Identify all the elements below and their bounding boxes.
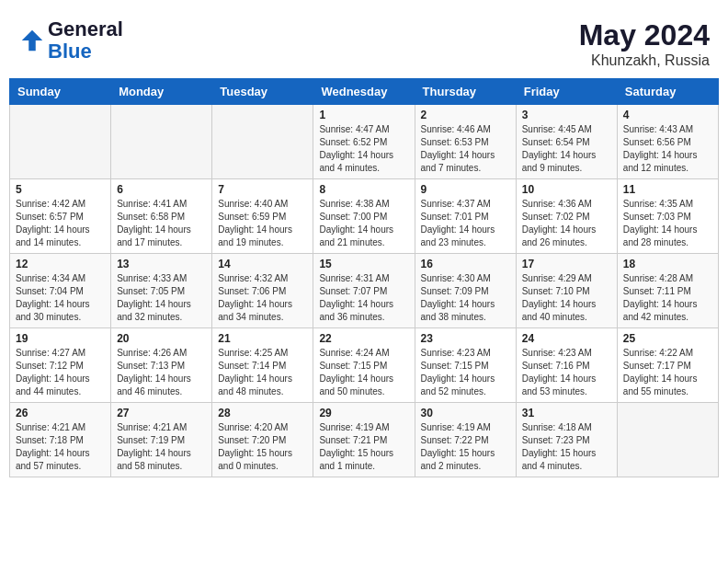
day-number: 30 <box>421 407 510 419</box>
day-detail: Sunrise: 4:45 AM Sunset: 6:54 PM Dayligh… <box>522 123 611 175</box>
calendar-week-3: 12Sunrise: 4:34 AM Sunset: 7:04 PM Dayli… <box>10 254 719 328</box>
header-day-monday: Monday <box>111 79 212 105</box>
day-detail: Sunrise: 4:31 AM Sunset: 7:07 PM Dayligh… <box>319 272 408 324</box>
calendar-week-4: 19Sunrise: 4:27 AM Sunset: 7:12 PM Dayli… <box>10 328 719 403</box>
day-number: 26 <box>16 407 105 419</box>
calendar-cell: 29Sunrise: 4:19 AM Sunset: 7:21 PM Dayli… <box>313 403 415 477</box>
calendar-cell: 4Sunrise: 4:43 AM Sunset: 6:56 PM Daylig… <box>617 105 718 179</box>
location: Khunzakh, Russia <box>579 52 710 69</box>
calendar-cell: 7Sunrise: 4:40 AM Sunset: 6:59 PM Daylig… <box>212 179 313 254</box>
day-detail: Sunrise: 4:46 AM Sunset: 6:53 PM Dayligh… <box>421 123 510 175</box>
month-year: May 2024 <box>579 18 710 52</box>
calendar-cell <box>212 105 313 179</box>
day-number: 23 <box>421 332 510 345</box>
day-number: 24 <box>522 332 611 345</box>
calendar-cell: 3Sunrise: 4:45 AM Sunset: 6:54 PM Daylig… <box>516 105 617 179</box>
day-number: 19 <box>16 332 105 345</box>
day-detail: Sunrise: 4:40 AM Sunset: 6:59 PM Dayligh… <box>218 198 307 249</box>
calendar-cell: 10Sunrise: 4:36 AM Sunset: 7:02 PM Dayli… <box>516 179 617 254</box>
day-number: 2 <box>421 109 510 121</box>
calendar-cell <box>10 105 111 179</box>
day-number: 28 <box>218 407 307 419</box>
day-detail: Sunrise: 4:34 AM Sunset: 7:04 PM Dayligh… <box>16 272 105 324</box>
calendar-cell: 9Sunrise: 4:37 AM Sunset: 7:01 PM Daylig… <box>415 179 516 254</box>
calendar-cell: 23Sunrise: 4:23 AM Sunset: 7:15 PM Dayli… <box>415 328 516 403</box>
calendar-cell: 15Sunrise: 4:31 AM Sunset: 7:07 PM Dayli… <box>313 254 415 328</box>
day-detail: Sunrise: 4:24 AM Sunset: 7:15 PM Dayligh… <box>319 347 408 398</box>
header-day-wednesday: Wednesday <box>313 79 415 105</box>
day-detail: Sunrise: 4:27 AM Sunset: 7:12 PM Dayligh… <box>16 347 105 398</box>
calendar-cell: 22Sunrise: 4:24 AM Sunset: 7:15 PM Dayli… <box>313 328 415 403</box>
day-number: 17 <box>522 258 611 270</box>
logo-text: General Blue <box>48 18 123 63</box>
day-number: 3 <box>522 109 611 121</box>
day-detail: Sunrise: 4:22 AM Sunset: 7:17 PM Dayligh… <box>623 347 712 398</box>
day-detail: Sunrise: 4:29 AM Sunset: 7:10 PM Dayligh… <box>522 272 611 324</box>
day-number: 21 <box>218 332 307 345</box>
logo: General Blue <box>18 18 123 63</box>
day-number: 18 <box>623 258 712 270</box>
calendar-cell: 14Sunrise: 4:32 AM Sunset: 7:06 PM Dayli… <box>212 254 313 328</box>
calendar-cell: 13Sunrise: 4:33 AM Sunset: 7:05 PM Dayli… <box>111 254 212 328</box>
header-day-sunday: Sunday <box>10 79 111 105</box>
header-day-thursday: Thursday <box>415 79 516 105</box>
svg-marker-0 <box>22 30 43 52</box>
day-detail: Sunrise: 4:43 AM Sunset: 6:56 PM Dayligh… <box>623 123 712 175</box>
calendar-week-2: 5Sunrise: 4:42 AM Sunset: 6:57 PM Daylig… <box>10 179 719 254</box>
day-number: 11 <box>623 183 712 196</box>
calendar-cell: 27Sunrise: 4:21 AM Sunset: 7:19 PM Dayli… <box>111 403 212 477</box>
calendar-cell: 6Sunrise: 4:41 AM Sunset: 6:58 PM Daylig… <box>111 179 212 254</box>
calendar-cell: 12Sunrise: 4:34 AM Sunset: 7:04 PM Dayli… <box>10 254 111 328</box>
calendar-cell: 30Sunrise: 4:19 AM Sunset: 7:22 PM Dayli… <box>415 403 516 477</box>
title-block: May 2024 Khunzakh, Russia <box>579 18 710 69</box>
day-detail: Sunrise: 4:47 AM Sunset: 6:52 PM Dayligh… <box>319 123 408 175</box>
day-number: 8 <box>319 183 408 196</box>
day-number: 12 <box>16 258 105 270</box>
day-number: 4 <box>623 109 712 121</box>
day-number: 15 <box>319 258 408 270</box>
calendar-cell: 2Sunrise: 4:46 AM Sunset: 6:53 PM Daylig… <box>415 105 516 179</box>
day-number: 6 <box>117 183 206 196</box>
day-number: 14 <box>218 258 307 270</box>
day-number: 27 <box>117 407 206 419</box>
calendar-week-1: 1Sunrise: 4:47 AM Sunset: 6:52 PM Daylig… <box>10 105 719 179</box>
day-number: 25 <box>623 332 712 345</box>
calendar-cell <box>617 403 718 477</box>
calendar-cell <box>111 105 212 179</box>
day-detail: Sunrise: 4:35 AM Sunset: 7:03 PM Dayligh… <box>623 198 712 249</box>
day-detail: Sunrise: 4:30 AM Sunset: 7:09 PM Dayligh… <box>421 272 510 324</box>
page-header: General Blue May 2024 Khunzakh, Russia <box>9 9 719 74</box>
calendar-cell: 5Sunrise: 4:42 AM Sunset: 6:57 PM Daylig… <box>10 179 111 254</box>
calendar-cell: 21Sunrise: 4:25 AM Sunset: 7:14 PM Dayli… <box>212 328 313 403</box>
day-detail: Sunrise: 4:23 AM Sunset: 7:16 PM Dayligh… <box>522 347 611 398</box>
calendar-header: SundayMondayTuesdayWednesdayThursdayFrid… <box>10 79 719 105</box>
calendar-cell: 28Sunrise: 4:20 AM Sunset: 7:20 PM Dayli… <box>212 403 313 477</box>
day-detail: Sunrise: 4:21 AM Sunset: 7:18 PM Dayligh… <box>16 421 105 473</box>
calendar-cell: 24Sunrise: 4:23 AM Sunset: 7:16 PM Dayli… <box>516 328 617 403</box>
day-detail: Sunrise: 4:20 AM Sunset: 7:20 PM Dayligh… <box>218 421 307 473</box>
day-detail: Sunrise: 4:37 AM Sunset: 7:01 PM Dayligh… <box>421 198 510 249</box>
day-detail: Sunrise: 4:26 AM Sunset: 7:13 PM Dayligh… <box>117 347 206 398</box>
day-number: 1 <box>319 109 408 121</box>
calendar-cell: 11Sunrise: 4:35 AM Sunset: 7:03 PM Dayli… <box>617 179 718 254</box>
calendar-cell: 20Sunrise: 4:26 AM Sunset: 7:13 PM Dayli… <box>111 328 212 403</box>
day-detail: Sunrise: 4:21 AM Sunset: 7:19 PM Dayligh… <box>117 421 206 473</box>
calendar-cell: 17Sunrise: 4:29 AM Sunset: 7:10 PM Dayli… <box>516 254 617 328</box>
day-number: 22 <box>319 332 408 345</box>
calendar-cell: 16Sunrise: 4:30 AM Sunset: 7:09 PM Dayli… <box>415 254 516 328</box>
calendar-cell: 8Sunrise: 4:38 AM Sunset: 7:00 PM Daylig… <box>313 179 415 254</box>
day-detail: Sunrise: 4:19 AM Sunset: 7:21 PM Dayligh… <box>319 421 408 473</box>
day-detail: Sunrise: 4:38 AM Sunset: 7:00 PM Dayligh… <box>319 198 408 249</box>
header-day-friday: Friday <box>516 79 617 105</box>
day-detail: Sunrise: 4:33 AM Sunset: 7:05 PM Dayligh… <box>117 272 206 324</box>
calendar-cell: 18Sunrise: 4:28 AM Sunset: 7:11 PM Dayli… <box>617 254 718 328</box>
header-day-saturday: Saturday <box>617 79 718 105</box>
calendar-cell: 25Sunrise: 4:22 AM Sunset: 7:17 PM Dayli… <box>617 328 718 403</box>
day-detail: Sunrise: 4:23 AM Sunset: 7:15 PM Dayligh… <box>421 347 510 398</box>
day-number: 31 <box>522 407 611 419</box>
day-number: 20 <box>117 332 206 345</box>
day-number: 29 <box>319 407 408 419</box>
day-number: 13 <box>117 258 206 270</box>
day-detail: Sunrise: 4:19 AM Sunset: 7:22 PM Dayligh… <box>421 421 510 473</box>
day-detail: Sunrise: 4:36 AM Sunset: 7:02 PM Dayligh… <box>522 198 611 249</box>
